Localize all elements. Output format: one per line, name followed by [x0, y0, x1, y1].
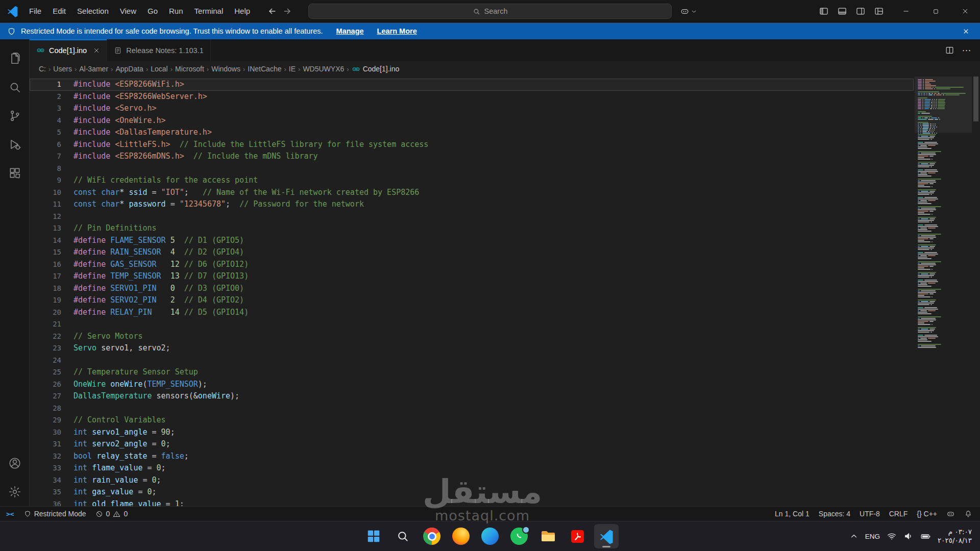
code-line[interactable]: 17#define TEMP_SENSOR 13 // D7 (GPIO13)	[30, 270, 914, 283]
code-editor[interactable]: 1#include <ESP8266WiFi.h>2#include <ESP8…	[30, 77, 980, 506]
split-editor-icon[interactable]	[942, 43, 957, 58]
taskbar-vscode[interactable]	[594, 524, 619, 548]
status-bell[interactable]	[960, 510, 977, 518]
status-problems[interactable]: 0 0	[91, 507, 133, 521]
taskbar-search[interactable]	[390, 524, 415, 548]
language-indicator[interactable]: ENG	[865, 533, 880, 540]
taskbar-whatsapp[interactable]	[507, 524, 531, 548]
code-line[interactable]: 28	[30, 403, 914, 415]
editor-scrollbar[interactable]	[972, 77, 980, 506]
code-line[interactable]: 9// WiFi credentials for the access poin…	[30, 174, 914, 187]
code-line[interactable]: 11const char* password = "12345678"; // …	[30, 198, 914, 211]
code-line[interactable]: 4#include <OneWire.h>	[30, 115, 914, 127]
status-cursor-position[interactable]: Ln 1, Col 1	[770, 510, 814, 518]
taskbar-chrome[interactable]	[420, 524, 444, 548]
status-encoding[interactable]: UTF-8	[855, 510, 885, 518]
minimap[interactable]	[915, 77, 972, 506]
activitybar-settings[interactable]	[0, 478, 30, 506]
breadcrumb-item[interactable]: C:	[39, 65, 46, 73]
breadcrumb-item[interactable]: Local	[151, 65, 167, 73]
code-line[interactable]: 8	[30, 163, 914, 175]
breadcrumb-item[interactable]: AppData	[115, 65, 143, 73]
menu-terminal[interactable]: Terminal	[189, 4, 229, 19]
customize-layout-button[interactable]	[871, 4, 887, 19]
toggle-panel-button[interactable]	[834, 4, 850, 19]
scrollbar-thumb[interactable]	[973, 77, 978, 121]
code-line[interactable]: 33int flame_value = 0;	[30, 462, 914, 474]
code-line[interactable]: 21	[30, 318, 914, 331]
code-line[interactable]: 3#include <Servo.h>	[30, 103, 914, 115]
maximize-button[interactable]	[921, 0, 950, 22]
copilot-menu[interactable]	[677, 4, 700, 19]
volume-icon[interactable]	[903, 531, 914, 541]
status-indentation[interactable]: Spaces: 4	[814, 510, 855, 518]
code-line[interactable]: 32bool relay_state = false;	[30, 450, 914, 463]
code-line[interactable]: 5#include <DallasTemperature.h>	[30, 127, 914, 139]
taskbar-edge[interactable]	[478, 524, 502, 548]
code-line[interactable]: 22// Servo Motors	[30, 331, 914, 343]
code-line[interactable]: 30int servo1_angle = 90;	[30, 427, 914, 439]
menu-help[interactable]: Help	[229, 4, 256, 19]
tray-chevron-up-icon[interactable]	[849, 532, 859, 541]
forward-arrow-icon[interactable]	[282, 6, 292, 16]
code-line[interactable]: 25// Temperature Sensor Setup	[30, 366, 914, 379]
code-line[interactable]: 10const char* ssid = "IOT"; // Name of t…	[30, 187, 914, 199]
breadcrumb-item[interactable]: Users	[53, 65, 72, 73]
breadcrumb-item[interactable]: Al-3amer	[79, 65, 108, 73]
taskbar-explorer[interactable]	[536, 524, 560, 548]
code-line[interactable]: 20#define RELAY_PIN 14 // D5 (GPIO14)	[30, 307, 914, 319]
menu-go[interactable]: Go	[142, 4, 163, 19]
status-copilot[interactable]	[942, 510, 960, 518]
code-line[interactable]: 27DallasTemperature sensors(&oneWire);	[30, 390, 914, 403]
tab-code-1-ino[interactable]: Code[1].ino	[30, 39, 107, 61]
battery-icon[interactable]	[920, 531, 931, 542]
code-line[interactable]: 34int rain_value = 0;	[30, 474, 914, 487]
code-line[interactable]: 29// Control Variables	[30, 414, 914, 427]
status-restricted-mode[interactable]: Restricted Mode	[19, 507, 91, 521]
code-line[interactable]: 12	[30, 211, 914, 223]
code-line[interactable]: 15#define RAIN_SENSOR 4 // D2 (GPIO4)	[30, 246, 914, 259]
activitybar-extensions[interactable]	[0, 159, 30, 187]
activitybar-explorer[interactable]	[0, 44, 30, 73]
menu-edit[interactable]: Edit	[47, 4, 71, 19]
code-line[interactable]: 16#define GAS_SENSOR 12 // D6 (GPIO12)	[30, 259, 914, 271]
command-center-search[interactable]: Search	[308, 4, 672, 19]
wifi-icon[interactable]	[887, 531, 897, 541]
taskbar-firefox[interactable]	[449, 524, 473, 548]
activitybar-search[interactable]	[0, 73, 30, 102]
activitybar-run-debug[interactable]	[0, 130, 30, 159]
code-line[interactable]: 14#define FLAME_SENSOR 5 // D1 (GPIO5)	[30, 235, 914, 247]
code-line[interactable]: 6#include <LittleFS.h> // Include the Li…	[30, 139, 914, 151]
menu-file[interactable]: File	[23, 4, 47, 19]
status-language-mode[interactable]: {} C++	[912, 510, 942, 518]
learn-more-link[interactable]: Learn More	[377, 27, 417, 35]
code-line[interactable]: 24	[30, 355, 914, 367]
code-line[interactable]: 31int servo2_angle = 0;	[30, 438, 914, 450]
more-actions-icon[interactable]: ⋯	[960, 43, 974, 58]
clock[interactable]: ٠٣:٠٧ م ٢٠٢٥/٠٨/١٣	[938, 528, 972, 545]
activitybar-account[interactable]	[0, 449, 30, 478]
menu-run[interactable]: Run	[163, 4, 189, 19]
taskbar-start[interactable]	[361, 524, 386, 548]
breadcrumb-item[interactable]: Windows	[211, 65, 240, 73]
back-arrow-icon[interactable]	[267, 6, 277, 16]
status-eol[interactable]: CRLF	[885, 510, 913, 518]
breadcrumb-item[interactable]: WD5UWYX6	[303, 65, 344, 73]
code-line[interactable]: 26OneWire oneWire(TEMP_SENSOR);	[30, 379, 914, 391]
code-line[interactable]: 2#include <ESP8266WebServer.h>	[30, 91, 914, 103]
manage-link[interactable]: Manage	[336, 27, 364, 35]
minimize-button[interactable]	[891, 0, 921, 22]
activitybar-source-control[interactable]	[0, 102, 30, 130]
toggle-primary-sidebar-button[interactable]	[816, 4, 832, 19]
code-line[interactable]: 23Servo servo1, servo2;	[30, 342, 914, 355]
code-line[interactable]: 18#define SERVO1_PIN 0 // D3 (GPIO0)	[30, 283, 914, 295]
tab-release-notes-1-103-1[interactable]: Release Notes: 1.103.1	[107, 39, 211, 61]
breadcrumb-file[interactable]: Code[1].ino	[352, 65, 400, 73]
code-line[interactable]: 36int old_flame_value = 1;	[30, 498, 914, 507]
close-window-button[interactable]	[950, 0, 980, 22]
taskbar-acrobat[interactable]	[565, 524, 590, 548]
breadcrumb[interactable]: C:›Users›Al-3amer›AppData›Local›Microsof…	[30, 61, 980, 77]
toggle-secondary-sidebar-button[interactable]	[852, 4, 869, 19]
tab-close-icon[interactable]	[93, 47, 100, 54]
breadcrumb-item[interactable]: IE	[289, 65, 296, 73]
